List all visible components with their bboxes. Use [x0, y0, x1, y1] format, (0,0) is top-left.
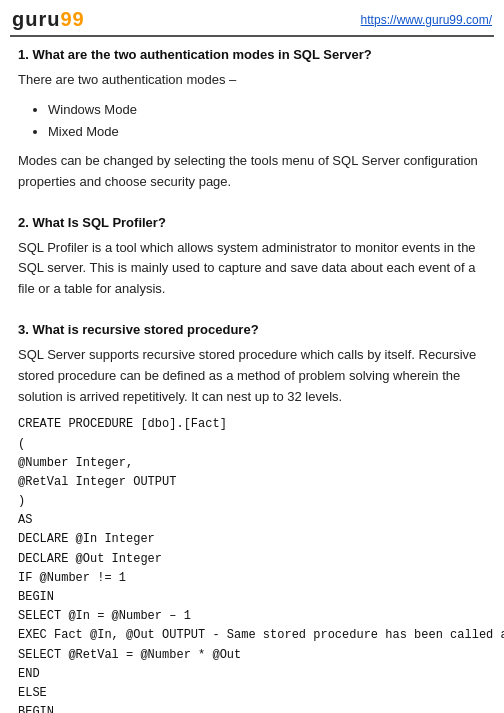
q2-body: SQL Profiler is a tool which allows syst…	[18, 238, 486, 300]
logo-guru: guru	[12, 8, 60, 30]
q1-extra: Modes can be changed by selecting the to…	[18, 151, 486, 193]
logo-number: 99	[60, 8, 84, 30]
question-1: 1. What are the two authentication modes…	[18, 47, 486, 193]
header-divider	[10, 35, 494, 37]
q3-heading: 3. What is recursive stored procedure?	[18, 322, 486, 337]
section-gap-2	[18, 308, 486, 322]
q3-body: SQL Server supports recursive stored pro…	[18, 345, 486, 407]
q2-heading: 2. What Is SQL Profiler?	[18, 215, 486, 230]
site-logo: guru99	[12, 8, 85, 31]
question-3: 3. What is recursive stored procedure? S…	[18, 322, 486, 713]
section-gap-1	[18, 201, 486, 215]
list-item: Mixed Mode	[48, 121, 486, 143]
page-header: guru99 https://www.guru99.com/	[0, 0, 504, 35]
main-content: 1. What are the two authentication modes…	[0, 47, 504, 713]
site-link[interactable]: https://www.guru99.com/	[361, 13, 492, 27]
question-2: 2. What Is SQL Profiler? SQL Profiler is…	[18, 215, 486, 300]
q1-intro: There are two authentication modes –	[18, 70, 486, 91]
q3-code-block: CREATE PROCEDURE [dbo].[Fact] ( @Number …	[18, 415, 486, 713]
q1-heading: 1. What are the two authentication modes…	[18, 47, 486, 62]
list-item: Windows Mode	[48, 99, 486, 121]
q1-bullet-list: Windows Mode Mixed Mode	[48, 99, 486, 143]
